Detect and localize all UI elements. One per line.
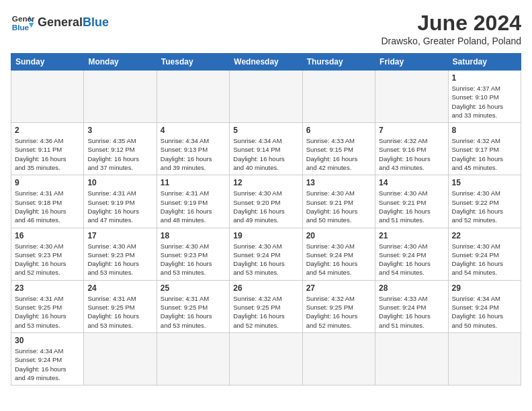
day-info: Sunrise: 4:31 AM Sunset: 9:25 PM Dayligh… [15, 294, 80, 330]
calendar-cell: 16Sunrise: 4:30 AM Sunset: 9:23 PM Dayli… [11, 228, 84, 280]
day-info: Sunrise: 4:30 AM Sunset: 9:20 PM Dayligh… [233, 189, 298, 224]
day-info: Sunrise: 4:30 AM Sunset: 9:24 PM Dayligh… [452, 242, 517, 277]
day-info: Sunrise: 4:31 AM Sunset: 9:18 PM Dayligh… [15, 189, 80, 224]
day-number: 6 [306, 126, 371, 135]
calendar-cell: 14Sunrise: 4:30 AM Sunset: 9:21 PM Dayli… [375, 175, 448, 228]
day-info: Sunrise: 4:30 AM Sunset: 9:23 PM Dayligh… [15, 242, 80, 277]
calendar-cell: 22Sunrise: 4:30 AM Sunset: 9:24 PM Dayli… [448, 228, 521, 280]
calendar-cell: 7Sunrise: 4:32 AM Sunset: 9:16 PM Daylig… [375, 123, 448, 175]
calendar-cell [448, 332, 521, 385]
day-info: Sunrise: 4:34 AM Sunset: 9:24 PM Dayligh… [452, 294, 517, 330]
calendar-cell: 11Sunrise: 4:31 AM Sunset: 9:19 PM Dayli… [157, 175, 229, 228]
calendar-cell: 5Sunrise: 4:34 AM Sunset: 9:14 PM Daylig… [230, 123, 302, 175]
calendar-cell: 6Sunrise: 4:33 AM Sunset: 9:15 PM Daylig… [302, 123, 375, 175]
calendar-cell: 4Sunrise: 4:34 AM Sunset: 9:13 PM Daylig… [157, 123, 229, 175]
calendar-cell: 12Sunrise: 4:30 AM Sunset: 9:20 PM Dayli… [230, 175, 302, 228]
calendar-cell: 26Sunrise: 4:32 AM Sunset: 9:25 PM Dayli… [230, 280, 302, 332]
weekday-header-row: SundayMondayTuesdayWednesdayThursdayFrid… [11, 54, 521, 71]
calendar-cell: 21Sunrise: 4:30 AM Sunset: 9:24 PM Dayli… [375, 228, 448, 280]
day-number: 18 [161, 231, 226, 240]
day-info: Sunrise: 4:30 AM Sunset: 9:24 PM Dayligh… [379, 242, 444, 277]
day-info: Sunrise: 4:35 AM Sunset: 9:12 PM Dayligh… [87, 136, 152, 172]
day-info: Sunrise: 4:34 AM Sunset: 9:14 PM Dayligh… [233, 136, 298, 172]
calendar-cell: 25Sunrise: 4:31 AM Sunset: 9:25 PM Dayli… [157, 280, 229, 332]
calendar-cell: 9Sunrise: 4:31 AM Sunset: 9:18 PM Daylig… [11, 175, 84, 228]
calendar-cell [302, 71, 375, 123]
svg-marker-3 [29, 23, 34, 28]
calendar-cell: 8Sunrise: 4:32 AM Sunset: 9:17 PM Daylig… [448, 123, 521, 175]
day-info: Sunrise: 4:32 AM Sunset: 9:25 PM Dayligh… [233, 294, 298, 330]
day-number: 22 [452, 231, 517, 240]
day-info: Sunrise: 4:36 AM Sunset: 9:11 PM Dayligh… [15, 136, 80, 172]
day-info: Sunrise: 4:30 AM Sunset: 9:24 PM Dayligh… [233, 242, 298, 277]
day-info: Sunrise: 4:32 AM Sunset: 9:17 PM Dayligh… [452, 136, 517, 172]
calendar-cell: 15Sunrise: 4:30 AM Sunset: 9:22 PM Dayli… [448, 175, 521, 228]
day-number: 8 [452, 126, 517, 135]
day-info: Sunrise: 4:31 AM Sunset: 9:19 PM Dayligh… [161, 189, 226, 224]
day-number: 4 [161, 126, 226, 135]
day-info: Sunrise: 4:31 AM Sunset: 9:19 PM Dayligh… [87, 189, 152, 224]
page-header: General Blue GeneralBlue June 2024 Draws… [11, 11, 521, 46]
calendar-cell [157, 332, 229, 385]
svg-text:Blue: Blue [12, 23, 30, 32]
day-number: 20 [306, 231, 371, 240]
calendar-cell: 2Sunrise: 4:36 AM Sunset: 9:11 PM Daylig… [11, 123, 84, 175]
calendar-cell [302, 332, 375, 385]
calendar-cell: 28Sunrise: 4:33 AM Sunset: 9:24 PM Dayli… [375, 280, 448, 332]
calendar-week-row: 30Sunrise: 4:34 AM Sunset: 9:24 PM Dayli… [11, 332, 521, 385]
calendar-cell: 10Sunrise: 4:31 AM Sunset: 9:19 PM Dayli… [84, 175, 157, 228]
day-number: 23 [15, 283, 80, 293]
logo-icon: General Blue [11, 11, 35, 35]
calendar-cell: 17Sunrise: 4:30 AM Sunset: 9:23 PM Dayli… [84, 228, 157, 280]
calendar-cell [84, 332, 157, 385]
day-number: 26 [233, 283, 298, 293]
calendar-cell: 1Sunrise: 4:37 AM Sunset: 9:10 PM Daylig… [448, 71, 521, 123]
day-number: 16 [15, 231, 80, 240]
calendar-week-row: 2Sunrise: 4:36 AM Sunset: 9:11 PM Daylig… [11, 123, 521, 175]
calendar-cell [375, 71, 448, 123]
day-number: 27 [306, 283, 371, 293]
weekday-header-thursday: Thursday [302, 54, 375, 71]
day-info: Sunrise: 4:32 AM Sunset: 9:25 PM Dayligh… [306, 294, 371, 330]
day-number: 2 [15, 126, 80, 135]
logo-text: GeneralBlue [38, 16, 109, 30]
day-info: Sunrise: 4:31 AM Sunset: 9:25 PM Dayligh… [161, 294, 226, 330]
weekday-header-saturday: Saturday [448, 54, 521, 71]
calendar-cell: 18Sunrise: 4:30 AM Sunset: 9:23 PM Dayli… [157, 228, 229, 280]
calendar-cell [157, 71, 229, 123]
calendar-week-row: 23Sunrise: 4:31 AM Sunset: 9:25 PM Dayli… [11, 280, 521, 332]
day-number: 14 [379, 178, 444, 187]
day-number: 10 [87, 178, 152, 187]
day-info: Sunrise: 4:30 AM Sunset: 9:23 PM Dayligh… [161, 242, 226, 277]
day-info: Sunrise: 4:30 AM Sunset: 9:24 PM Dayligh… [306, 242, 371, 277]
day-info: Sunrise: 4:33 AM Sunset: 9:24 PM Dayligh… [379, 294, 444, 330]
month-title: June 2024 [381, 11, 521, 36]
calendar-cell: 23Sunrise: 4:31 AM Sunset: 9:25 PM Dayli… [11, 280, 84, 332]
day-number: 7 [379, 126, 444, 135]
weekday-header-friday: Friday [375, 54, 448, 71]
weekday-header-monday: Monday [84, 54, 157, 71]
weekday-header-sunday: Sunday [11, 54, 84, 71]
calendar-cell: 20Sunrise: 4:30 AM Sunset: 9:24 PM Dayli… [302, 228, 375, 280]
day-info: Sunrise: 4:30 AM Sunset: 9:22 PM Dayligh… [452, 189, 517, 224]
day-number: 25 [161, 283, 226, 293]
day-number: 5 [233, 126, 298, 135]
day-number: 24 [87, 283, 152, 293]
day-number: 28 [379, 283, 444, 293]
calendar-cell: 13Sunrise: 4:30 AM Sunset: 9:21 PM Dayli… [302, 175, 375, 228]
day-number: 3 [87, 126, 152, 135]
calendar-cell: 19Sunrise: 4:30 AM Sunset: 9:24 PM Dayli… [230, 228, 302, 280]
title-block: June 2024 Drawsko, Greater Poland, Polan… [381, 11, 521, 46]
day-info: Sunrise: 4:30 AM Sunset: 9:21 PM Dayligh… [379, 189, 444, 224]
calendar-cell: 30Sunrise: 4:34 AM Sunset: 9:24 PM Dayli… [11, 332, 84, 385]
weekday-header-wednesday: Wednesday [230, 54, 302, 71]
calendar-cell: 3Sunrise: 4:35 AM Sunset: 9:12 PM Daylig… [84, 123, 157, 175]
calendar-cell: 24Sunrise: 4:31 AM Sunset: 9:25 PM Dayli… [84, 280, 157, 332]
calendar-week-row: 16Sunrise: 4:30 AM Sunset: 9:23 PM Dayli… [11, 228, 521, 280]
day-number: 17 [87, 231, 152, 240]
day-number: 1 [452, 73, 517, 83]
calendar-cell: 27Sunrise: 4:32 AM Sunset: 9:25 PM Dayli… [302, 280, 375, 332]
location-subtitle: Drawsko, Greater Poland, Poland [381, 36, 521, 46]
day-number: 12 [233, 178, 298, 187]
calendar-week-row: 9Sunrise: 4:31 AM Sunset: 9:18 PM Daylig… [11, 175, 521, 228]
